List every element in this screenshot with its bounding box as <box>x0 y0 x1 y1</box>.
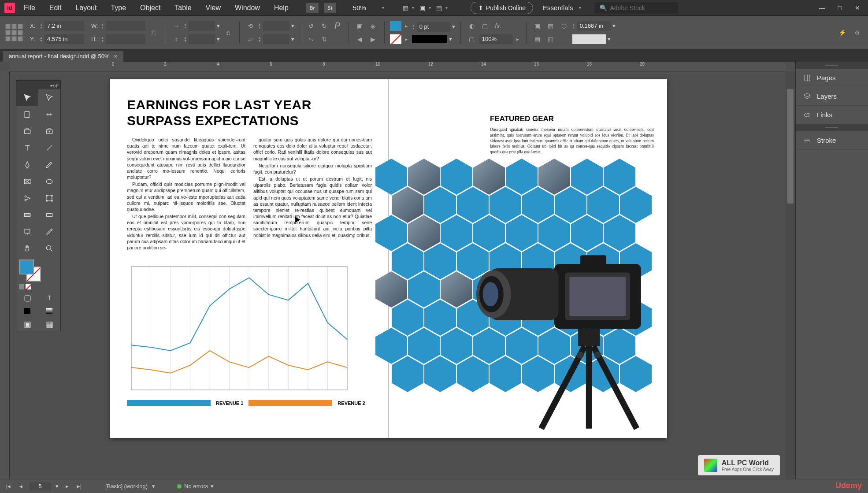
panel-grip[interactable] <box>796 124 868 131</box>
maximize-button[interactable]: □ <box>834 4 846 12</box>
view-options-icon[interactable]: ▦▾ <box>404 3 417 13</box>
select-prev-icon[interactable]: ◀ <box>354 34 366 44</box>
wrap-shape-icon[interactable]: ⬡ <box>558 21 570 31</box>
scale-x-icon[interactable]: ↔ <box>171 21 182 31</box>
menu-layout[interactable]: Layout <box>70 1 102 15</box>
normal-view-icon[interactable]: ▣ <box>16 318 38 331</box>
x-stepper[interactable]: ▲▼ <box>40 23 43 29</box>
menu-edit[interactable]: Edit <box>44 1 67 15</box>
eyedropper-tool[interactable] <box>38 223 60 240</box>
publish-online-button[interactable]: ⬆ Publish Online <box>471 2 533 14</box>
type-tool[interactable] <box>16 140 38 156</box>
content-collector-tool[interactable] <box>16 123 38 140</box>
x-input[interactable] <box>45 21 84 31</box>
rotate-icon[interactable]: ⟲ <box>245 21 256 31</box>
apply-text-icon[interactable]: T <box>38 291 60 304</box>
rotate-cw-icon[interactable]: ↻ <box>319 21 330 31</box>
constrain-scale-icon[interactable]: ⎌ <box>223 28 234 37</box>
wrap-none-icon[interactable]: ▣ <box>532 21 543 31</box>
format-text-icon[interactable] <box>26 284 31 289</box>
note-tool[interactable] <box>16 223 38 240</box>
free-transform-tool[interactable] <box>38 190 60 207</box>
stroke-swatch[interactable] <box>390 34 401 44</box>
opacity-icon[interactable]: ◐ <box>466 21 478 31</box>
h-input[interactable] <box>106 34 145 44</box>
swap-colors-icon[interactable]: ⤭ <box>54 83 58 89</box>
flip-v-icon[interactable]: ⇋ <box>305 34 317 44</box>
tab-close-icon[interactable]: × <box>114 53 118 59</box>
w-stepper[interactable]: ▲▼ <box>101 23 104 29</box>
shear-icon[interactable]: ▱ <box>245 34 256 44</box>
selection-tool[interactable] <box>16 89 38 106</box>
gradient-feather-tool[interactable] <box>38 207 60 223</box>
scroll-thumb[interactable] <box>787 89 794 204</box>
rectangle-frame-tool[interactable] <box>16 173 38 190</box>
arrange-icon[interactable]: ▤▾ <box>437 3 450 13</box>
scale-x-input[interactable] <box>189 21 215 31</box>
rotate-ccw-icon[interactable]: ↺ <box>305 21 317 31</box>
settings-icon[interactable]: ⚙ <box>851 28 863 37</box>
horizontal-ruler[interactable]: 0 2 4 6 8 10 12 14 16 18 20 <box>10 62 786 71</box>
zoom-tool[interactable] <box>38 240 60 257</box>
canvas-area[interactable]: 0 2 4 6 8 10 12 14 16 18 20 ◂◂× <box>0 62 795 479</box>
first-page-button[interactable]: |◂ <box>4 483 12 489</box>
bridge-icon[interactable]: Br <box>306 3 319 13</box>
direct-selection-tool[interactable] <box>38 89 60 106</box>
page-number-input[interactable] <box>29 482 51 490</box>
vertical-ruler[interactable] <box>0 71 10 479</box>
fill-swatch[interactable] <box>390 21 401 31</box>
last-page-button[interactable]: ▸| <box>75 483 83 489</box>
fill-color-swatch[interactable] <box>19 259 34 274</box>
menu-help[interactable]: Help <box>269 1 294 15</box>
pen-tool[interactable] <box>16 156 38 173</box>
opacity-input[interactable] <box>479 34 513 44</box>
fx-icon[interactable]: fx. <box>493 21 504 31</box>
close-button[interactable]: ✕ <box>851 4 864 12</box>
page-tool[interactable] <box>16 106 38 123</box>
preview-view-icon[interactable]: ▦ <box>38 318 60 331</box>
stroke-panel-tab[interactable]: Stroke <box>796 131 868 150</box>
workspace-switcher[interactable]: Essentials ▾ <box>537 2 591 13</box>
page-dropdown[interactable]: ▾ <box>56 483 59 489</box>
shear-input[interactable] <box>263 34 289 44</box>
panel-grip[interactable] <box>796 62 868 69</box>
layers-panel-tab[interactable]: Layers <box>796 87 868 106</box>
scissors-tool[interactable] <box>16 190 38 207</box>
menu-table[interactable]: Table <box>169 1 197 15</box>
prev-page-button[interactable]: ◂ <box>17 483 25 489</box>
corner-input[interactable] <box>577 21 611 31</box>
menu-type[interactable]: Type <box>105 1 131 15</box>
menu-object[interactable]: Object <box>135 1 166 15</box>
vertical-scrollbar[interactable] <box>786 71 795 479</box>
links-panel-tab[interactable]: Links <box>796 106 868 124</box>
reference-point-grid[interactable] <box>5 24 23 41</box>
apply-black-icon[interactable] <box>16 304 38 318</box>
zoom-chevron-icon[interactable]: ▾ <box>378 5 388 10</box>
content-placer-tool[interactable] <box>38 123 60 140</box>
h-stepper[interactable]: ▲▼ <box>101 36 104 42</box>
pages-panel-tab[interactable]: Pages <box>796 69 868 87</box>
flip-both-icon[interactable]: ⇅ <box>319 34 330 44</box>
hand-tool[interactable] <box>16 240 38 257</box>
quick-apply-icon[interactable]: ⚡ <box>836 28 848 37</box>
stroke-style-preview[interactable] <box>412 35 447 43</box>
y-input[interactable] <box>45 34 84 44</box>
menu-view[interactable]: View <box>200 1 226 15</box>
pencil-tool[interactable] <box>38 156 60 173</box>
select-container-icon[interactable]: ▣ <box>354 21 366 31</box>
fill-menu[interactable]: ▸ <box>403 23 409 29</box>
apply-color-icon[interactable]: ▢ <box>16 291 38 304</box>
w-input[interactable] <box>106 21 145 31</box>
document-tab[interactable]: annual report - final design.indd @ 50% … <box>3 51 123 62</box>
wrap-jump-icon[interactable]: ▤ <box>532 34 543 44</box>
ellipse-tool[interactable] <box>38 173 60 190</box>
effect-preview[interactable] <box>572 34 606 44</box>
gradient-swatch-tool[interactable] <box>16 207 38 223</box>
stroke-menu[interactable]: ▸ <box>403 36 409 42</box>
zoom-level[interactable]: 50% <box>349 2 375 13</box>
wrap-bbox-icon[interactable]: ▦ <box>545 21 556 31</box>
scale-y-icon[interactable]: ↕ <box>171 34 182 44</box>
scale-y-input[interactable] <box>189 34 215 44</box>
y-stepper[interactable]: ▲▼ <box>40 36 43 42</box>
rotate-input[interactable] <box>263 21 289 31</box>
